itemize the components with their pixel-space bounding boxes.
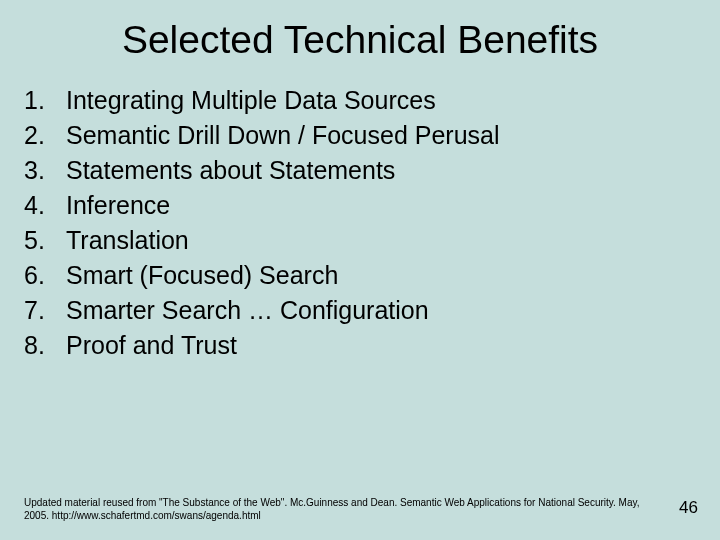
list-text: Smart (Focused) Search	[66, 261, 696, 290]
list-number: 3.	[24, 156, 66, 185]
list-number: 8.	[24, 331, 66, 360]
list-number: 5.	[24, 226, 66, 255]
list-number: 2.	[24, 121, 66, 150]
list-text: Inference	[66, 191, 696, 220]
page-number: 46	[679, 498, 698, 518]
list-number: 7.	[24, 296, 66, 325]
slide-title: Selected Technical Benefits	[0, 0, 720, 86]
list-text: Translation	[66, 226, 696, 255]
list-item: 8. Proof and Trust	[24, 331, 696, 360]
list-number: 4.	[24, 191, 66, 220]
list-item: 4. Inference	[24, 191, 696, 220]
list-item: 1. Integrating Multiple Data Sources	[24, 86, 696, 115]
list-item: 3. Statements about Statements	[24, 156, 696, 185]
list-text: Integrating Multiple Data Sources	[66, 86, 696, 115]
footer-citation: Updated material reused from "The Substa…	[24, 496, 660, 522]
list-number: 6.	[24, 261, 66, 290]
list-item: 2. Semantic Drill Down / Focused Perusal	[24, 121, 696, 150]
list-text: Proof and Trust	[66, 331, 696, 360]
benefits-list: 1. Integrating Multiple Data Sources 2. …	[0, 86, 720, 360]
list-item: 7. Smarter Search … Configuration	[24, 296, 696, 325]
list-text: Semantic Drill Down / Focused Perusal	[66, 121, 696, 150]
list-item: 5. Translation	[24, 226, 696, 255]
list-text: Smarter Search … Configuration	[66, 296, 696, 325]
list-item: 6. Smart (Focused) Search	[24, 261, 696, 290]
list-number: 1.	[24, 86, 66, 115]
list-text: Statements about Statements	[66, 156, 696, 185]
